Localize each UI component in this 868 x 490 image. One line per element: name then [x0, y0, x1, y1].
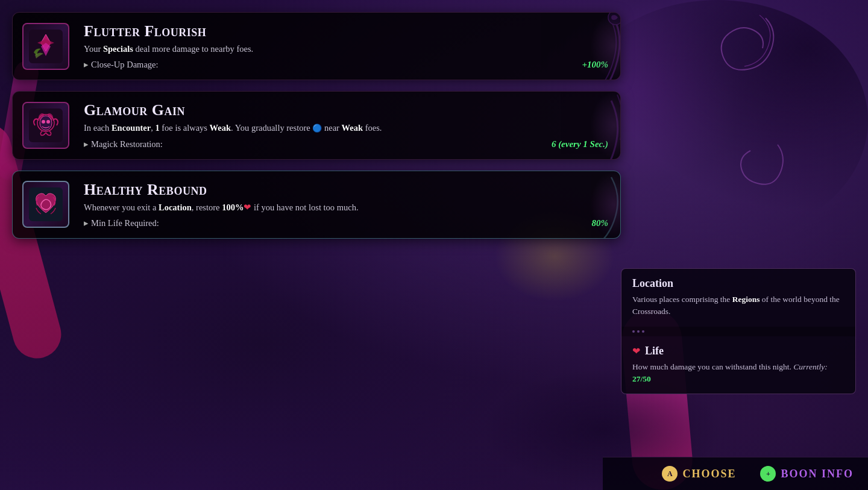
glamour-gain-icon-frame: [22, 102, 69, 149]
choose-button-label: CHOOSE: [682, 468, 736, 480]
healthy-rebound-stat: ▸ Min Life Required: 80%: [84, 218, 608, 228]
glamour-gain-stat: ▸ Magick Restoration: 6 (every 1 Sec.): [84, 139, 608, 149]
glamour-gain-icon-area: [13, 92, 79, 159]
healthy-rebound-icon-area: [13, 171, 79, 238]
svg-point-5: [42, 120, 45, 124]
tooltip-location-title: Location: [632, 277, 844, 290]
flutter-flourish-title: Flutter Flourish: [84, 22, 608, 40]
tooltip-life-title: Life: [645, 345, 664, 357]
tooltip-life-current: 27/50: [632, 374, 651, 383]
tooltip-life-header: ❤ Life: [632, 345, 844, 357]
tooltip-life-text: How much damage you can withstand this n…: [632, 361, 844, 386]
tooltip-panel: Location Various places comprising the R…: [621, 268, 856, 394]
boon-info-button-icon: +: [760, 466, 776, 482]
life-heart-icon: ❤: [632, 345, 640, 357]
boon-info-button-label: BOON INFO: [781, 468, 854, 480]
boon-cards-container: Flutter Flourish Your Specials deal more…: [12, 12, 621, 239]
boon-info-button[interactable]: + BOON INFO: [760, 466, 854, 482]
healthy-rebound-card[interactable]: Healthy Rebound Whenever you exit a Loca…: [12, 171, 621, 239]
svg-point-6: [46, 120, 50, 124]
choose-button[interactable]: A CHOOSE: [662, 466, 736, 482]
flutter-flourish-card[interactable]: Flutter Flourish Your Specials deal more…: [12, 12, 621, 80]
flutter-flourish-icon-frame: [22, 23, 69, 70]
tooltip-location-section: Location Various places comprising the R…: [621, 269, 855, 327]
glamour-gain-title: Glamour Gain: [84, 101, 608, 119]
healthy-rebound-icon-frame: [22, 181, 69, 228]
flutter-flourish-icon-area: [13, 13, 79, 80]
flutter-flourish-stat: ▸ Close-Up Damage: +100%: [84, 60, 608, 70]
tooltip-location-text: Various places comprising the Regions of…: [632, 294, 844, 318]
choose-button-icon: A: [662, 466, 678, 482]
tooltip-separator: [621, 327, 855, 336]
healthy-rebound-title: Healthy Rebound: [84, 181, 608, 199]
bottom-action-bar: A CHOOSE + BOON INFO: [603, 457, 868, 490]
glamour-gain-description: In each Encounter, 1 foe is always Weak.…: [84, 122, 608, 134]
healthy-rebound-description: Whenever you exit a Location, restore 10…: [84, 201, 608, 213]
glamour-gain-card[interactable]: Glamour Gain In each Encounter, 1 foe is…: [12, 91, 621, 159]
flutter-flourish-description: Your Specials deal more damage to nearby…: [84, 43, 608, 55]
tooltip-life-section: ❤ Life How much damage you can withstand…: [621, 336, 855, 394]
